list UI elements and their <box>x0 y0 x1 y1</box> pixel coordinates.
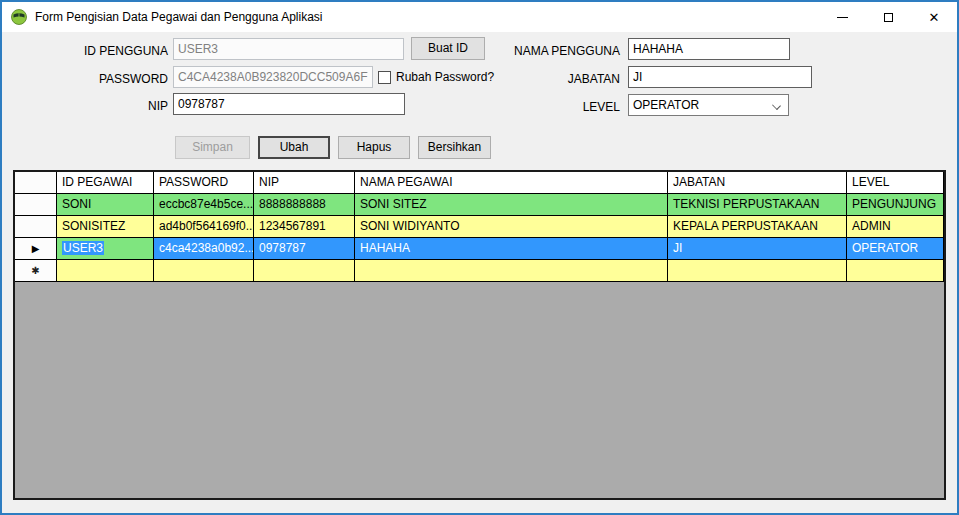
bersihkan-button[interactable]: Bersihkan <box>418 136 491 159</box>
maximize-button[interactable] <box>865 2 911 32</box>
chevron-down-icon <box>772 101 781 110</box>
minimize-button[interactable] <box>819 2 865 32</box>
cell-jabatan[interactable]: JI <box>668 238 847 260</box>
id-pengguna-label: ID PENGGUNA <box>42 44 168 58</box>
cell-nip[interactable]: 0978787 <box>254 238 355 260</box>
jabatan-label: JABATAN <box>492 72 620 86</box>
cell-nip[interactable]: 8888888888 <box>254 194 355 216</box>
nama-pengguna-field[interactable] <box>628 38 790 60</box>
id-pengguna-field[interactable] <box>173 38 404 60</box>
row-header[interactable] <box>15 194 57 216</box>
rubah-password-label: Rubah Password? <box>396 70 494 84</box>
maximize-icon <box>884 13 893 22</box>
cell-nama-pegawai[interactable]: SONI WIDIYANTO <box>355 216 668 238</box>
rubah-password-checkbox[interactable] <box>378 71 391 84</box>
cell-nama-pegawai[interactable]: SONI SITEZ <box>355 194 668 216</box>
password-field[interactable] <box>173 66 373 88</box>
cell-jabatan[interactable]: TEKNISI PERPUSTAKAAN <box>668 194 847 216</box>
column-header-nama-pegawai[interactable]: NAMA PEGAWAI <box>355 172 668 194</box>
level-selected-value: OPERATOR <box>633 98 699 112</box>
cell-empty[interactable] <box>668 260 847 282</box>
cell-empty[interactable] <box>355 260 668 282</box>
cell-level[interactable]: PENGUNJUNG <box>847 194 944 216</box>
close-button[interactable]: ✕ <box>911 2 957 32</box>
column-header-level[interactable]: LEVEL <box>847 172 944 194</box>
ubah-button[interactable]: Ubah <box>258 136 330 159</box>
cell-id-pegawai-editing[interactable]: USER3 <box>57 238 154 260</box>
cell-level[interactable]: ADMIN <box>847 216 944 238</box>
cell-password[interactable]: ad4b0f564169f0... <box>154 216 254 238</box>
simpan-button: Simpan <box>175 136 250 159</box>
minimize-icon <box>837 17 848 18</box>
app-window: Form Pengisian Data Pegawai dan Pengguna… <box>0 0 959 515</box>
current-row-arrow-icon: ▶ <box>32 243 40 254</box>
cell-nip[interactable]: 1234567891 <box>254 216 355 238</box>
selected-row-header[interactable]: ▶ <box>15 238 57 260</box>
cell-nama-pegawai[interactable]: HAHAHA <box>355 238 668 260</box>
nip-label: NIP <box>42 99 168 113</box>
edit-selection-text: USER3 <box>62 241 104 255</box>
row-header[interactable] <box>15 216 57 238</box>
grid-corner-header[interactable] <box>15 172 57 194</box>
rubah-password-checkbox-group[interactable]: Rubah Password? <box>378 70 494 84</box>
cell-level[interactable]: OPERATOR <box>847 238 944 260</box>
level-label: LEVEL <box>492 100 620 114</box>
nama-pengguna-label: NAMA PENGGUNA <box>492 44 620 58</box>
password-label: PASSWORD <box>42 72 168 86</box>
pegawai-data-grid: ID PEGAWAI PASSWORD NIP NAMA PEGAWAI JAB… <box>13 170 946 500</box>
close-icon: ✕ <box>929 11 940 24</box>
cell-empty[interactable] <box>57 260 154 282</box>
cell-jabatan[interactable]: KEPALA PERPUSTAKAAN <box>668 216 847 238</box>
cell-password[interactable]: eccbc87e4b5ce... <box>154 194 254 216</box>
window-title: Form Pengisian Data Pegawai dan Pengguna… <box>35 10 323 24</box>
cell-id-pegawai[interactable]: SONISITEZ <box>57 216 154 238</box>
cell-empty[interactable] <box>847 260 944 282</box>
column-header-password[interactable]: PASSWORD <box>154 172 254 194</box>
column-header-id-pegawai[interactable]: ID PEGAWAI <box>57 172 154 194</box>
app-icon <box>11 9 27 25</box>
hapus-button[interactable]: Hapus <box>338 136 410 159</box>
column-header-jabatan[interactable]: JABATAN <box>668 172 847 194</box>
new-row-header[interactable]: ✱ <box>15 260 57 282</box>
title-bar: Form Pengisian Data Pegawai dan Pengguna… <box>2 2 957 32</box>
column-header-nip[interactable]: NIP <box>254 172 355 194</box>
new-row-asterisk-icon: ✱ <box>31 265 39 276</box>
cell-empty[interactable] <box>154 260 254 282</box>
buat-id-button[interactable]: Buat ID <box>411 37 485 60</box>
cell-empty[interactable] <box>254 260 355 282</box>
cell-password[interactable]: c4ca4238a0b92... <box>154 238 254 260</box>
cell-id-pegawai[interactable]: SONI <box>57 194 154 216</box>
jabatan-field[interactable] <box>628 66 812 88</box>
nip-field[interactable] <box>173 93 405 115</box>
level-select[interactable]: OPERATOR <box>628 94 789 116</box>
